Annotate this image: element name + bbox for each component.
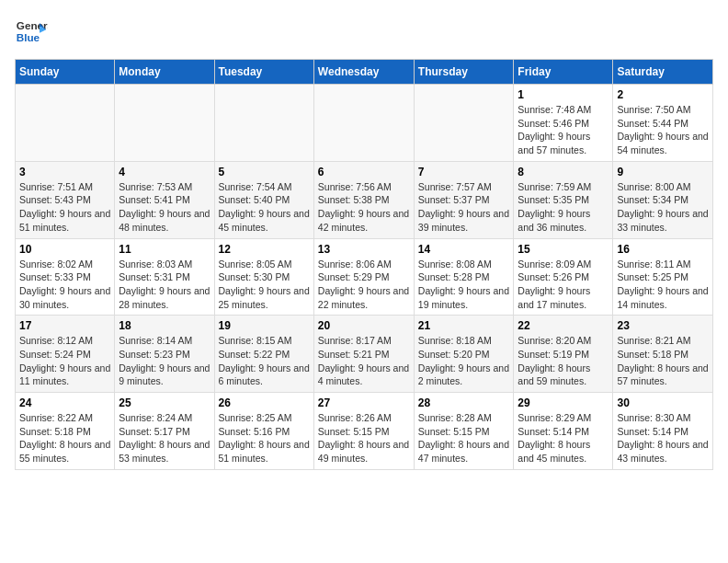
- day-info: Sunrise: 7:48 AMSunset: 5:46 PMDaylight:…: [518, 103, 609, 157]
- day-info: Sunrise: 7:57 AMSunset: 5:37 PMDaylight:…: [418, 180, 510, 235]
- calendar-cell: 7Sunrise: 7:57 AMSunset: 5:37 PMDaylight…: [414, 161, 514, 238]
- day-info: Sunrise: 8:06 AMSunset: 5:29 PMDaylight:…: [318, 258, 410, 312]
- calendar-cell: 10Sunrise: 8:02 AMSunset: 5:33 PMDayligh…: [16, 238, 115, 316]
- logo: General Blue: [15, 15, 48, 48]
- day-number: 6: [318, 166, 410, 178]
- day-info: Sunrise: 7:54 AMSunset: 5:40 PMDaylight:…: [219, 180, 310, 235]
- day-info: Sunrise: 8:17 AMSunset: 5:21 PMDaylight:…: [318, 334, 410, 388]
- calendar-cell: 8Sunrise: 7:59 AMSunset: 5:35 PMDaylight…: [514, 161, 613, 238]
- day-number: 28: [418, 396, 510, 409]
- day-info: Sunrise: 8:25 AMSunset: 5:16 PMDaylight:…: [219, 411, 310, 465]
- calendar-cell: 30Sunrise: 8:30 AMSunset: 5:14 PMDayligh…: [613, 393, 713, 470]
- calendar-cell: 24Sunrise: 8:22 AMSunset: 5:18 PMDayligh…: [16, 393, 115, 470]
- calendar-cell: 20Sunrise: 8:17 AMSunset: 5:21 PMDayligh…: [313, 316, 414, 393]
- day-info: Sunrise: 8:00 AMSunset: 5:34 PMDaylight:…: [617, 180, 709, 235]
- day-number: 7: [418, 166, 510, 178]
- calendar-cell: 16Sunrise: 8:11 AMSunset: 5:25 PMDayligh…: [613, 238, 713, 316]
- day-number: 25: [119, 396, 210, 409]
- day-info: Sunrise: 7:59 AMSunset: 5:35 PMDaylight:…: [518, 180, 609, 235]
- day-number: 4: [119, 166, 210, 178]
- col-header-friday: Friday: [514, 60, 613, 85]
- day-info: Sunrise: 8:28 AMSunset: 5:15 PMDaylight:…: [418, 411, 510, 465]
- day-info: Sunrise: 8:29 AMSunset: 5:14 PMDaylight:…: [518, 411, 609, 465]
- day-number: 5: [219, 166, 310, 178]
- calendar-cell: 4Sunrise: 7:53 AMSunset: 5:41 PMDaylight…: [115, 161, 214, 238]
- calendar-cell: 3Sunrise: 7:51 AMSunset: 5:43 PMDaylight…: [16, 161, 115, 238]
- calendar-cell: 5Sunrise: 7:54 AMSunset: 5:40 PMDaylight…: [214, 161, 313, 238]
- calendar-cell: 14Sunrise: 8:08 AMSunset: 5:28 PMDayligh…: [414, 238, 514, 316]
- day-info: Sunrise: 8:22 AMSunset: 5:18 PMDaylight:…: [19, 411, 110, 465]
- day-info: Sunrise: 8:12 AMSunset: 5:24 PMDaylight:…: [19, 334, 110, 388]
- calendar-cell: [16, 85, 115, 162]
- day-number: 18: [119, 319, 210, 332]
- day-info: Sunrise: 7:50 AMSunset: 5:44 PMDaylight:…: [617, 103, 709, 157]
- day-number: 19: [219, 319, 310, 332]
- day-info: Sunrise: 8:21 AMSunset: 5:18 PMDaylight:…: [617, 334, 709, 388]
- week-row-3: 10Sunrise: 8:02 AMSunset: 5:33 PMDayligh…: [16, 238, 713, 316]
- day-info: Sunrise: 8:24 AMSunset: 5:17 PMDaylight:…: [119, 411, 210, 465]
- day-number: 22: [518, 319, 609, 332]
- calendar-cell: 6Sunrise: 7:56 AMSunset: 5:38 PMDaylight…: [313, 161, 414, 238]
- logo-icon: General Blue: [15, 15, 48, 48]
- day-number: 10: [19, 243, 110, 256]
- col-header-thursday: Thursday: [414, 60, 514, 85]
- day-number: 15: [518, 243, 609, 256]
- day-number: 3: [19, 166, 110, 178]
- col-header-tuesday: Tuesday: [214, 60, 313, 85]
- day-info: Sunrise: 8:20 AMSunset: 5:19 PMDaylight:…: [518, 334, 609, 388]
- day-number: 26: [219, 396, 310, 409]
- day-number: 20: [318, 319, 410, 332]
- calendar-cell: 2Sunrise: 7:50 AMSunset: 5:44 PMDaylight…: [613, 85, 713, 162]
- calendar-cell: [414, 85, 514, 162]
- day-number: 12: [219, 243, 310, 256]
- day-info: Sunrise: 8:26 AMSunset: 5:15 PMDaylight:…: [318, 411, 410, 465]
- day-info: Sunrise: 8:18 AMSunset: 5:20 PMDaylight:…: [418, 334, 510, 388]
- calendar-cell: 1Sunrise: 7:48 AMSunset: 5:46 PMDaylight…: [514, 85, 613, 162]
- day-info: Sunrise: 8:11 AMSunset: 5:25 PMDaylight:…: [617, 258, 709, 312]
- day-info: Sunrise: 8:14 AMSunset: 5:23 PMDaylight:…: [119, 334, 210, 388]
- day-number: 30: [617, 396, 709, 409]
- day-number: 13: [318, 243, 410, 256]
- day-info: Sunrise: 8:09 AMSunset: 5:26 PMDaylight:…: [518, 258, 609, 312]
- week-row-5: 24Sunrise: 8:22 AMSunset: 5:18 PMDayligh…: [16, 393, 713, 470]
- day-number: 9: [617, 166, 709, 178]
- calendar-cell: 12Sunrise: 8:05 AMSunset: 5:30 PMDayligh…: [214, 238, 313, 316]
- day-number: 23: [617, 319, 709, 332]
- day-number: 21: [418, 319, 510, 332]
- calendar-cell: 15Sunrise: 8:09 AMSunset: 5:26 PMDayligh…: [514, 238, 613, 316]
- day-number: 17: [19, 319, 110, 332]
- calendar-cell: 26Sunrise: 8:25 AMSunset: 5:16 PMDayligh…: [214, 393, 313, 470]
- day-info: Sunrise: 8:03 AMSunset: 5:31 PMDaylight:…: [119, 258, 210, 312]
- calendar-cell: 13Sunrise: 8:06 AMSunset: 5:29 PMDayligh…: [313, 238, 414, 316]
- day-number: 24: [19, 396, 110, 409]
- col-header-sunday: Sunday: [16, 60, 115, 85]
- day-info: Sunrise: 8:15 AMSunset: 5:22 PMDaylight:…: [219, 334, 310, 388]
- day-info: Sunrise: 7:53 AMSunset: 5:41 PMDaylight:…: [119, 180, 210, 235]
- week-row-1: 1Sunrise: 7:48 AMSunset: 5:46 PMDaylight…: [16, 85, 713, 162]
- week-row-2: 3Sunrise: 7:51 AMSunset: 5:43 PMDaylight…: [16, 161, 713, 238]
- calendar-cell: [313, 85, 414, 162]
- page-header: General Blue: [15, 15, 713, 48]
- day-info: Sunrise: 8:02 AMSunset: 5:33 PMDaylight:…: [19, 258, 110, 312]
- day-info: Sunrise: 8:05 AMSunset: 5:30 PMDaylight:…: [219, 258, 310, 312]
- day-info: Sunrise: 8:08 AMSunset: 5:28 PMDaylight:…: [418, 258, 510, 312]
- calendar-cell: 28Sunrise: 8:28 AMSunset: 5:15 PMDayligh…: [414, 393, 514, 470]
- col-header-monday: Monday: [115, 60, 214, 85]
- day-info: Sunrise: 7:51 AMSunset: 5:43 PMDaylight:…: [19, 180, 110, 235]
- calendar-cell: 25Sunrise: 8:24 AMSunset: 5:17 PMDayligh…: [115, 393, 214, 470]
- day-number: 2: [617, 88, 709, 101]
- week-row-4: 17Sunrise: 8:12 AMSunset: 5:24 PMDayligh…: [16, 316, 713, 393]
- day-info: Sunrise: 8:30 AMSunset: 5:14 PMDaylight:…: [617, 411, 709, 465]
- calendar-cell: 22Sunrise: 8:20 AMSunset: 5:19 PMDayligh…: [514, 316, 613, 393]
- day-number: 29: [518, 396, 609, 409]
- calendar-cell: 9Sunrise: 8:00 AMSunset: 5:34 PMDaylight…: [613, 161, 713, 238]
- day-number: 14: [418, 243, 510, 256]
- col-header-wednesday: Wednesday: [313, 60, 414, 85]
- calendar-cell: 18Sunrise: 8:14 AMSunset: 5:23 PMDayligh…: [115, 316, 214, 393]
- calendar-cell: [115, 85, 214, 162]
- calendar-cell: [214, 85, 313, 162]
- calendar-cell: 17Sunrise: 8:12 AMSunset: 5:24 PMDayligh…: [16, 316, 115, 393]
- day-number: 16: [617, 243, 709, 256]
- calendar-cell: 27Sunrise: 8:26 AMSunset: 5:15 PMDayligh…: [313, 393, 414, 470]
- col-header-saturday: Saturday: [613, 60, 713, 85]
